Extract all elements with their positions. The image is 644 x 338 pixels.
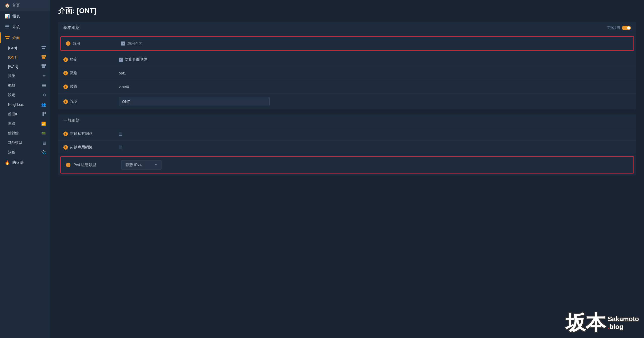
ipv4-type-label-text: IPv4 組態類型	[72, 162, 96, 167]
sidebar-settings-label: 設定	[8, 93, 15, 97]
sidebar-overview-label: 概觀	[8, 83, 15, 88]
lock-checkbox-label: 防止介面刪除	[125, 57, 147, 62]
sidebar-item-system-label: 系統	[12, 25, 20, 29]
full-description-label: 完整說明	[607, 26, 620, 30]
svg-rect-22	[44, 66, 45, 68]
system-icon	[5, 25, 10, 29]
device-label: i 裝置	[63, 84, 119, 89]
svg-rect-5	[8, 36, 10, 37]
block-private-value	[119, 132, 631, 136]
svg-rect-1	[5, 26, 9, 27]
svg-rect-28	[43, 114, 44, 116]
identifier-form-row: i 識別 opt1	[58, 66, 636, 80]
toggle-switch-icon[interactable]	[622, 26, 631, 30]
svg-rect-17	[44, 57, 45, 59]
wan-network-icon	[42, 64, 46, 69]
assign-icon: ✏	[43, 74, 46, 78]
settings-icon: ⚙	[43, 93, 46, 97]
full-description-toggle[interactable]: 完整說明	[607, 26, 631, 30]
svg-rect-13	[42, 55, 43, 57]
general-config-card: 一般組態 i 封鎖私有網路 i 封鎖專用網路	[58, 114, 636, 176]
sidebar-firewall-label: 防火牆	[12, 160, 24, 165]
block-private-checkbox[interactable]	[119, 132, 122, 136]
sidebar-item-home-label: 首頁	[12, 3, 20, 8]
sidebar-item-other[interactable]: 其他類型 ▤	[0, 138, 50, 148]
description-form-row: i 說明	[58, 94, 636, 109]
svg-rect-18	[42, 64, 43, 66]
sidebar-item-ptp[interactable]: 點對點 📟	[0, 129, 50, 138]
description-info-icon: i	[63, 99, 68, 104]
ipv4-type-dropdown[interactable]: 靜態 IPv4 ▼	[121, 160, 162, 170]
ont-network-icon	[42, 55, 46, 59]
svg-rect-0	[5, 25, 9, 26]
svg-rect-9	[43, 46, 45, 47]
sidebar-item-reports-label: 報表	[12, 14, 20, 19]
main-content: 介面: [ONT] 基本組態 完整說明 i 啟用 ✓ 啟用介面	[50, 0, 644, 338]
sidebar-item-lan[interactable]: [LAN]	[0, 43, 50, 53]
svg-rect-15	[45, 55, 46, 57]
description-input[interactable]	[119, 97, 270, 106]
block-bogon-checkbox[interactable]	[119, 146, 122, 149]
sidebar-item-wan[interactable]: [WAN]	[0, 62, 50, 71]
sidebar-wan-label: [WAN]	[8, 65, 18, 69]
lock-label: i 鎖定	[63, 57, 119, 62]
sidebar-item-vip[interactable]: 虛擬IP	[0, 109, 50, 119]
block-private-label: i 封鎖私有網路	[63, 131, 119, 136]
sidebar-item-diag[interactable]: 診斷 🩺	[0, 148, 50, 157]
svg-rect-12	[44, 48, 45, 49]
firewall-icon: 🔥	[5, 160, 10, 165]
chevron-down-icon: ▼	[155, 163, 157, 166]
sidebar-neighbors-label: Neighbors	[8, 103, 24, 107]
ptp-icon: 📟	[41, 131, 46, 136]
sidebar-item-interfaces-label: 介面	[12, 35, 20, 40]
sidebar-ptp-label: 點對點	[8, 131, 19, 136]
sidebar-item-interfaces[interactable]: 介面	[0, 32, 50, 43]
description-value	[119, 97, 631, 106]
overview-icon	[42, 83, 46, 88]
sidebar-item-ont[interactable]: [ONT]	[0, 53, 50, 62]
sidebar-item-system[interactable]: 系統	[0, 22, 50, 32]
lock-form-row: i 鎖定 ✓ 防止介面刪除	[58, 53, 636, 66]
sidebar-item-overview[interactable]: 概觀	[0, 81, 50, 90]
svg-rect-10	[45, 46, 46, 47]
enable-checkbox[interactable]: ✓	[121, 41, 125, 46]
identifier-label: i 識別	[63, 71, 119, 75]
device-value: vtnet0	[119, 84, 631, 89]
ipv4-type-dropdown-value: 靜態 IPv4	[126, 162, 142, 167]
sidebar-item-home[interactable]: 🏠 首頁	[0, 0, 50, 11]
sidebar-ont-label: [ONT]	[8, 55, 17, 59]
svg-rect-27	[45, 112, 46, 114]
svg-rect-14	[43, 55, 45, 57]
enable-row-highlighted: i 啟用 ✓ 啟用介面	[60, 36, 634, 51]
svg-rect-23	[42, 84, 46, 84]
lock-checkbox[interactable]: ✓	[119, 58, 123, 62]
lan-network-icon	[42, 46, 46, 50]
block-bogon-value	[119, 146, 631, 149]
sidebar-item-reports[interactable]: 📊 報表	[0, 11, 50, 22]
general-config-title: 一般組態	[63, 118, 79, 123]
identifier-value: opt1	[119, 71, 631, 75]
svg-rect-4	[7, 36, 8, 37]
block-private-form-row: i 封鎖私有網路	[58, 127, 636, 141]
wireless-icon: 📶	[41, 121, 46, 126]
sidebar-vip-label: 虛擬IP	[8, 112, 18, 116]
vip-icon	[43, 112, 46, 116]
sidebar-item-firewall[interactable]: 🔥 防火牆	[0, 157, 50, 168]
sidebar: 🏠 首頁 📊 報表 系統 介面 [LAN]	[0, 0, 50, 338]
device-label-text: 裝置	[70, 84, 77, 89]
ipv4-type-info-icon: i	[66, 163, 70, 167]
svg-rect-21	[42, 66, 44, 68]
identifier-label-text: 識別	[70, 71, 77, 75]
sidebar-item-assign[interactable]: 指派 ✏	[0, 71, 50, 81]
ipv4-type-label: i IPv4 組態類型	[66, 162, 121, 167]
enable-checkbox-row: ✓ 啟用介面	[121, 41, 142, 46]
sidebar-sub-menu: [LAN] [ONT] [WAN] 指派 ✏ 概觀	[0, 43, 50, 157]
sidebar-item-settings[interactable]: 設定 ⚙	[0, 90, 50, 100]
sidebar-item-wireless[interactable]: 無線 📶	[0, 119, 50, 129]
identifier-info-icon: i	[63, 71, 68, 75]
neighbors-icon: 👥	[41, 102, 46, 107]
other-icon: ▤	[43, 141, 46, 145]
identifier-value-text: opt1	[119, 71, 126, 75]
ipv4-type-form-row: i IPv4 組態類型 靜態 IPv4 ▼	[61, 157, 633, 173]
sidebar-item-neighbors[interactable]: Neighbors 👥	[0, 100, 50, 109]
